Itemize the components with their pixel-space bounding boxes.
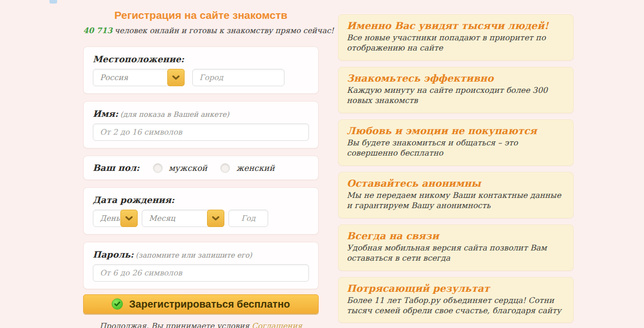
name-input[interactable]: [93, 123, 309, 141]
password-label-text: Пароль:: [93, 249, 134, 260]
location-section: Местоположение: Россия: [83, 46, 319, 94]
benefit-title: Именно Вас увидят тысячи людей!: [347, 20, 565, 31]
benefit-title: Знакомьтесь эффективно: [347, 72, 565, 84]
online-count: 40 713: [83, 26, 112, 35]
birth-month-value: Месяц: [142, 214, 175, 223]
benefit-title: Любовь и эмоции не покупаются: [347, 125, 565, 136]
password-section: Пароль:(запомните или запишите его): [83, 242, 319, 289]
terms-agreement-link[interactable]: Соглашения: [252, 321, 302, 328]
gender-female-radio[interactable]: [220, 163, 230, 173]
chevron-down-icon[interactable]: [167, 69, 185, 86]
benefits-list: Именно Вас увидят тысячи людей! Все новы…: [338, 14, 574, 328]
birth-day-select[interactable]: День: [93, 210, 138, 227]
country-select-value: Россия: [93, 73, 128, 82]
password-input[interactable]: [93, 264, 309, 282]
benefit-card: Оставайтесь анонимны Мы не передаем нико…: [338, 172, 574, 218]
benefit-title: Оставайтесь анонимны: [347, 178, 565, 189]
birthdate-label: Дата рождения:: [93, 195, 309, 205]
page-title: Регистрация на сайте знакомств: [83, 9, 319, 21]
birth-year-input[interactable]: [228, 210, 268, 227]
benefit-title: Всегда на связи: [347, 230, 565, 241]
birth-day-value: День: [93, 214, 120, 223]
benefit-text: Все новые участники попадают в приоритет…: [347, 33, 565, 54]
terms-note: Продолжая, Вы принимаете условия Соглаше…: [83, 321, 319, 328]
register-button-label: Зарегистрироваться бесплатно: [129, 298, 290, 310]
benefit-card: Именно Вас увидят тысячи людей! Все новы…: [338, 14, 574, 61]
birthdate-section: Дата рождения: День Месяц: [83, 187, 319, 235]
benefit-card: Любовь и эмоции не покупаются Вы будете …: [338, 119, 574, 166]
location-label: Местоположение:: [93, 54, 309, 64]
gender-label: Ваш пол:: [93, 163, 140, 173]
benefit-title: Потрясающий результат: [347, 283, 565, 294]
benefit-text: Более 11 лет Табор.ру объединяет сердца!…: [347, 295, 565, 316]
terms-text: Продолжая, Вы принимаете условия: [99, 321, 251, 328]
name-label-text: Имя:: [93, 109, 118, 119]
gender-section: Ваш пол: мужской женский: [83, 156, 319, 180]
benefit-text: Каждую минуту на сайте происходит более …: [347, 85, 565, 106]
name-section: Имя:(для показа в Вашей анкете): [83, 101, 319, 148]
benefit-card: Всегда на связи Удобная мобильная версия…: [338, 224, 574, 271]
birth-month-select[interactable]: Месяц: [142, 210, 224, 227]
gender-female-label[interactable]: женский: [236, 163, 274, 173]
registration-form: Регистрация на сайте знакомств 40 713чел…: [83, 0, 319, 328]
password-label: Пароль:(запомните или запишите его): [93, 249, 309, 260]
chevron-down-icon[interactable]: [207, 210, 224, 227]
name-hint: (для показа в Вашей анкете): [120, 110, 229, 118]
benefit-text: Мы не передаем никому Ваши контактные да…: [347, 190, 565, 211]
page-top-artifact: [49, 0, 57, 4]
benefit-card: Знакомьтесь эффективно Каждую минуту на …: [338, 67, 574, 113]
password-hint: (запомните или запишите его): [136, 251, 252, 259]
benefit-card: Потрясающий результат Более 11 лет Табор…: [338, 277, 574, 323]
name-label: Имя:(для показа в Вашей анкете): [93, 109, 309, 119]
benefit-text: Вы будете знакомиться и общаться – это с…: [347, 138, 565, 159]
check-icon: [112, 298, 123, 310]
online-text: человек онлайн и готовы к знакомству пря…: [114, 26, 333, 35]
chevron-down-icon[interactable]: [120, 210, 138, 227]
gender-male-radio[interactable]: [153, 163, 163, 173]
gender-male-label[interactable]: мужской: [169, 163, 208, 173]
register-button[interactable]: Зарегистрироваться бесплатно: [83, 294, 319, 314]
country-select[interactable]: Россия: [93, 69, 185, 86]
benefit-text: Удобная мобильная версия сайта позволит …: [347, 243, 565, 264]
online-counter: 40 713человек онлайн и готовы к знакомст…: [83, 26, 319, 35]
city-input[interactable]: [192, 69, 285, 86]
